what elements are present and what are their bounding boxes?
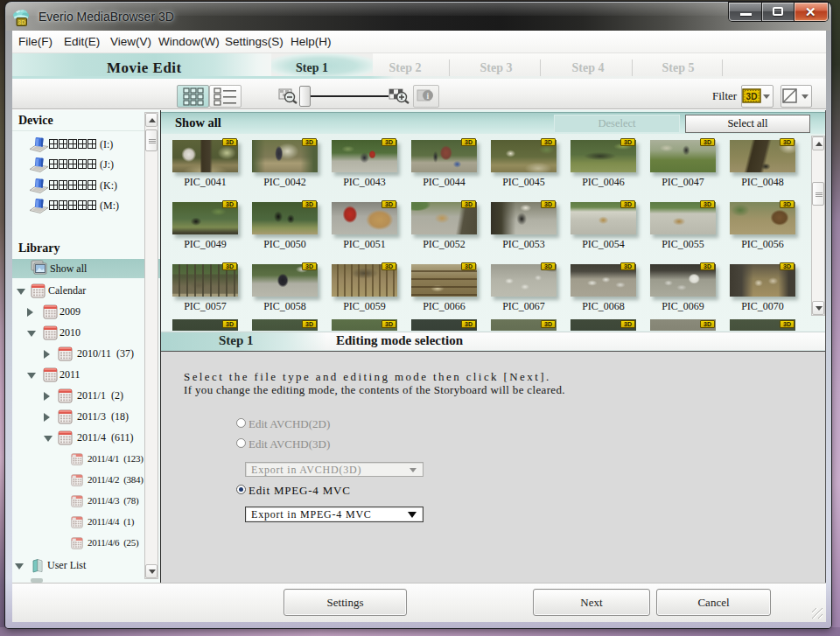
svg-text:3D: 3D [746,92,758,101]
svg-text:3D: 3D [18,19,25,25]
svg-text:i: i [427,91,430,101]
